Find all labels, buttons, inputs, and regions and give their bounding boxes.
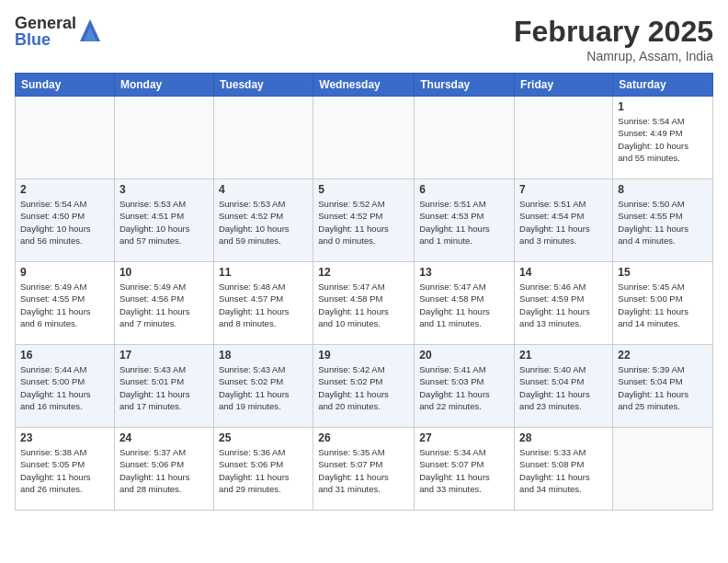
day-number: 14 [519,266,608,279]
day-info: Sunrise: 5:52 AM Sunset: 4:52 PM Dayligh… [318,198,409,247]
col-friday: Friday [515,74,613,97]
day-info: Sunrise: 5:40 AM Sunset: 5:04 PM Dayligh… [519,363,608,412]
table-row: 23Sunrise: 5:38 AM Sunset: 5:05 PM Dayli… [16,428,115,511]
logo-text: General Blue [15,15,76,48]
table-row: 5Sunrise: 5:52 AM Sunset: 4:52 PM Daylig… [313,179,415,262]
day-number: 12 [318,266,409,279]
day-info: Sunrise: 5:44 AM Sunset: 5:00 PM Dayligh… [20,363,109,412]
day-number: 19 [318,349,409,362]
day-number: 8 [618,183,708,196]
calendar-header-row: Sunday Monday Tuesday Wednesday Thursday… [16,74,713,97]
day-number: 25 [219,431,308,444]
table-row: 14Sunrise: 5:46 AM Sunset: 4:59 PM Dayli… [515,262,613,345]
day-number: 4 [219,183,308,196]
day-info: Sunrise: 5:43 AM Sunset: 5:01 PM Dayligh… [119,363,209,412]
day-info: Sunrise: 5:53 AM Sunset: 4:51 PM Dayligh… [119,198,209,247]
day-info: Sunrise: 5:53 AM Sunset: 4:52 PM Dayligh… [219,198,308,247]
table-row [613,428,713,511]
table-row: 15Sunrise: 5:45 AM Sunset: 5:00 PM Dayli… [613,262,713,345]
day-info: Sunrise: 5:43 AM Sunset: 5:02 PM Dayligh… [219,363,308,412]
table-row [213,97,313,179]
day-info: Sunrise: 5:39 AM Sunset: 5:04 PM Dayligh… [618,363,708,412]
day-info: Sunrise: 5:50 AM Sunset: 4:55 PM Dayligh… [618,198,708,247]
day-info: Sunrise: 5:38 AM Sunset: 5:05 PM Dayligh… [20,446,109,495]
day-info: Sunrise: 5:45 AM Sunset: 5:00 PM Dayligh… [618,281,708,329]
logo-general: General [15,15,76,31]
day-number: 21 [519,349,608,362]
day-number: 26 [318,431,409,444]
table-row: 17Sunrise: 5:43 AM Sunset: 5:01 PM Dayli… [114,345,213,428]
month-title: February 2025 [514,15,713,49]
day-number: 28 [519,431,608,444]
day-info: Sunrise: 5:33 AM Sunset: 5:08 PM Dayligh… [519,446,608,495]
table-row [16,97,115,179]
table-row: 3Sunrise: 5:53 AM Sunset: 4:51 PM Daylig… [114,179,213,262]
col-wednesday: Wednesday [313,74,415,97]
calendar-week-row: 9Sunrise: 5:49 AM Sunset: 4:55 PM Daylig… [16,262,713,345]
logo: General Blue [15,15,102,48]
day-info: Sunrise: 5:49 AM Sunset: 4:56 PM Dayligh… [119,281,209,329]
day-info: Sunrise: 5:51 AM Sunset: 4:53 PM Dayligh… [419,198,509,247]
day-info: Sunrise: 5:36 AM Sunset: 5:06 PM Dayligh… [219,446,308,495]
calendar-week-row: 16Sunrise: 5:44 AM Sunset: 5:00 PM Dayli… [16,345,713,428]
table-row: 10Sunrise: 5:49 AM Sunset: 4:56 PM Dayli… [114,262,213,345]
day-number: 11 [219,266,308,279]
col-tuesday: Tuesday [213,74,313,97]
table-row [313,97,415,179]
calendar-week-row: 1Sunrise: 5:54 AM Sunset: 4:49 PM Daylig… [16,97,713,179]
day-number: 7 [519,183,608,196]
title-section: February 2025 Namrup, Assam, India [514,15,713,63]
day-number: 16 [20,349,109,362]
table-row: 2Sunrise: 5:54 AM Sunset: 4:50 PM Daylig… [16,179,115,262]
col-thursday: Thursday [415,74,515,97]
day-info: Sunrise: 5:47 AM Sunset: 4:58 PM Dayligh… [318,281,409,329]
day-number: 20 [419,349,509,362]
day-number: 22 [618,349,708,362]
table-row: 6Sunrise: 5:51 AM Sunset: 4:53 PM Daylig… [415,179,515,262]
table-row: 27Sunrise: 5:34 AM Sunset: 5:07 PM Dayli… [415,428,515,511]
day-info: Sunrise: 5:49 AM Sunset: 4:55 PM Dayligh… [20,281,109,329]
table-row: 24Sunrise: 5:37 AM Sunset: 5:06 PM Dayli… [114,428,213,511]
col-monday: Monday [114,74,213,97]
calendar-week-row: 23Sunrise: 5:38 AM Sunset: 5:05 PM Dayli… [16,428,713,511]
table-row [515,97,613,179]
day-number: 10 [119,266,209,279]
day-number: 17 [119,349,209,362]
table-row: 13Sunrise: 5:47 AM Sunset: 4:58 PM Dayli… [415,262,515,345]
day-number: 27 [419,431,509,444]
day-info: Sunrise: 5:51 AM Sunset: 4:54 PM Dayligh… [519,198,608,247]
table-row [415,97,515,179]
location: Namrup, Assam, India [514,49,713,63]
table-row: 26Sunrise: 5:35 AM Sunset: 5:07 PM Dayli… [313,428,415,511]
table-row: 21Sunrise: 5:40 AM Sunset: 5:04 PM Dayli… [515,345,613,428]
calendar-table: Sunday Monday Tuesday Wednesday Thursday… [15,73,713,511]
day-number: 18 [219,349,308,362]
table-row: 9Sunrise: 5:49 AM Sunset: 4:55 PM Daylig… [16,262,115,345]
day-info: Sunrise: 5:35 AM Sunset: 5:07 PM Dayligh… [318,446,409,495]
day-number: 5 [318,183,409,196]
logo-blue: Blue [15,31,76,48]
day-number: 6 [419,183,509,196]
table-row: 19Sunrise: 5:42 AM Sunset: 5:02 PM Dayli… [313,345,415,428]
day-number: 2 [20,183,109,196]
table-row: 11Sunrise: 5:48 AM Sunset: 4:57 PM Dayli… [213,262,313,345]
day-info: Sunrise: 5:46 AM Sunset: 4:59 PM Dayligh… [519,281,608,329]
day-info: Sunrise: 5:41 AM Sunset: 5:03 PM Dayligh… [419,363,509,412]
day-info: Sunrise: 5:37 AM Sunset: 5:06 PM Dayligh… [119,446,209,495]
day-info: Sunrise: 5:42 AM Sunset: 5:02 PM Dayligh… [318,363,409,412]
table-row: 12Sunrise: 5:47 AM Sunset: 4:58 PM Dayli… [313,262,415,345]
calendar-week-row: 2Sunrise: 5:54 AM Sunset: 4:50 PM Daylig… [16,179,713,262]
col-sunday: Sunday [16,74,115,97]
day-info: Sunrise: 5:48 AM Sunset: 4:57 PM Dayligh… [219,281,308,329]
table-row: 25Sunrise: 5:36 AM Sunset: 5:06 PM Dayli… [213,428,313,511]
table-row: 7Sunrise: 5:51 AM Sunset: 4:54 PM Daylig… [515,179,613,262]
day-info: Sunrise: 5:47 AM Sunset: 4:58 PM Dayligh… [419,281,509,329]
day-info: Sunrise: 5:54 AM Sunset: 4:50 PM Dayligh… [20,198,109,247]
table-row [114,97,213,179]
col-saturday: Saturday [613,74,713,97]
day-number: 23 [20,431,109,444]
table-row: 16Sunrise: 5:44 AM Sunset: 5:00 PM Dayli… [16,345,115,428]
logo-icon [78,17,102,45]
day-info: Sunrise: 5:34 AM Sunset: 5:07 PM Dayligh… [419,446,509,495]
day-number: 13 [419,266,509,279]
